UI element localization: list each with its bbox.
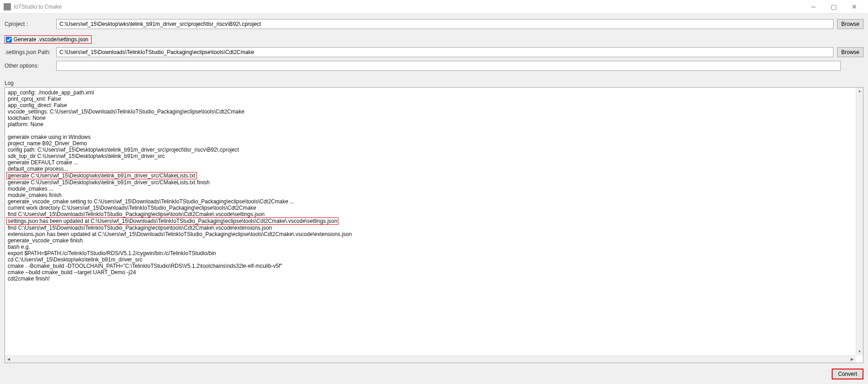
log-line: app_config: ./module_app_path.xml: [8, 89, 852, 96]
log-line: generate C:\Users\wf_15\Desktop\wks\teli…: [8, 172, 852, 179]
minimize-button[interactable]: ─: [803, 0, 824, 14]
scroll-down-icon[interactable]: ▼: [856, 348, 863, 355]
cproject-label: Cproject :: [5, 21, 54, 27]
log-section: Log app_config: ./module_app_path.xmlpri…: [5, 80, 863, 363]
log-line: project_name B92_Driver_Demo: [8, 140, 852, 147]
log-line: toolchain: None: [8, 115, 852, 121]
log-line: generate C:\Users\wf_15\Desktop\wks\teli…: [8, 179, 852, 186]
scroll-up-icon[interactable]: ▲: [856, 88, 863, 95]
close-button[interactable]: ✕: [844, 0, 864, 14]
maximize-button[interactable]: ▢: [824, 0, 844, 14]
log-line: extensions.json has been updated at C:\U…: [8, 231, 852, 237]
log-line: find C:\Users\wf_15\Downloads\TelinkIoTS…: [8, 225, 852, 231]
window-controls: ─ ▢ ✕: [803, 0, 864, 14]
log-line: current work directory C:\Users\wf_15\Do…: [8, 205, 852, 211]
scroll-left-icon[interactable]: ◀: [5, 356, 12, 363]
app-icon: [4, 3, 11, 10]
log-line: platform: None: [8, 121, 852, 128]
log-line-highlighted: generate C:\Users\wf_15\Desktop\wks\teli…: [6, 172, 197, 179]
titlebar: IoTStudio to Cmake ─ ▢ ✕: [0, 0, 868, 14]
other-options-row: Other options:: [5, 61, 863, 71]
scrollbar-vertical[interactable]: ▲ ▼: [856, 88, 863, 355]
log-line: cd C:\Users\wf_15\Desktop\wks\telink_b91…: [8, 256, 852, 263]
other-options-label: Other options:: [5, 63, 54, 69]
log-line: [8, 128, 852, 134]
scrollbar-horizontal[interactable]: ◀ ▶: [5, 355, 856, 363]
log-line: print_cproj_xml: False: [8, 96, 852, 102]
generate-settings-highlight: Generate .vscode/settings.json: [5, 35, 92, 44]
log-line: generate_vscode_cmake finish: [8, 237, 852, 244]
settings-path-row: .settings.json Path: Browse: [5, 47, 863, 57]
log-line: find C:\Users\wf_15\Downloads\TelinkIoTS…: [8, 211, 852, 217]
log-line: cmake . -Bcmake_build -DTOOLCHAIN_PATH="…: [8, 263, 852, 269]
log-line: sdk_top_dir C:\Users\wf_15\Desktop\wks\t…: [8, 153, 852, 159]
log-line: module_cmakes finish: [8, 192, 852, 198]
log-line: vscode_settings: C:\Users\wf_15\Download…: [8, 108, 852, 115]
button-row: Convert: [5, 363, 863, 379]
log-line: default_cmake process...: [8, 166, 852, 172]
cproject-input[interactable]: [56, 19, 834, 29]
log-line: config path: C:\Users\wf_15\Desktop\wks\…: [8, 147, 852, 153]
log-line: settings.json has been updated at C:\Use…: [8, 217, 852, 225]
cproject-browse-button[interactable]: Browse: [837, 19, 863, 29]
generate-settings-label: Generate .vscode/settings.json: [14, 36, 88, 43]
log-line: generate_vscode_cmake setting to C:\User…: [8, 198, 852, 205]
convert-button[interactable]: Convert: [832, 369, 863, 379]
log-line: module_cmakes ...: [8, 186, 852, 192]
settings-path-input[interactable]: [56, 47, 834, 57]
log-content: app_config: ./module_app_path.xmlprint_c…: [8, 89, 860, 290]
log-line: export $PATH=$PATH:/c/TelinkIoTStudio/RD…: [8, 250, 852, 256]
cproject-row: Cproject : Browse: [5, 19, 863, 29]
settings-path-label: .settings.json Path:: [5, 49, 54, 55]
log-line: cdt2cmake finish!: [8, 276, 852, 282]
generate-settings-checkbox[interactable]: [6, 37, 12, 43]
generate-settings-row: Generate .vscode/settings.json: [5, 35, 863, 44]
titlebar-left: IoTStudio to Cmake: [4, 3, 62, 10]
log-line: cmake --build cmake_build --target UART_…: [8, 269, 852, 276]
log-line: generate DEFAULT cmake ...: [8, 159, 852, 166]
main-content: Cproject : Browse Generate .vscode/setti…: [0, 14, 868, 384]
other-options-input[interactable]: [56, 61, 841, 71]
log-line-highlighted: settings.json has been updated at C:\Use…: [6, 217, 338, 225]
window-title: IoTStudio to Cmake: [14, 4, 62, 10]
log-line: bash e.g.: [8, 244, 852, 250]
scroll-right-icon[interactable]: ▶: [848, 356, 856, 363]
settings-browse-button[interactable]: Browse: [837, 47, 863, 57]
log-box[interactable]: app_config: ./module_app_path.xmlprint_c…: [5, 87, 863, 363]
log-line: generate cmake using in Windows: [8, 134, 852, 140]
log-line: app_config_direct: False: [8, 102, 852, 108]
log-label: Log: [5, 80, 863, 86]
